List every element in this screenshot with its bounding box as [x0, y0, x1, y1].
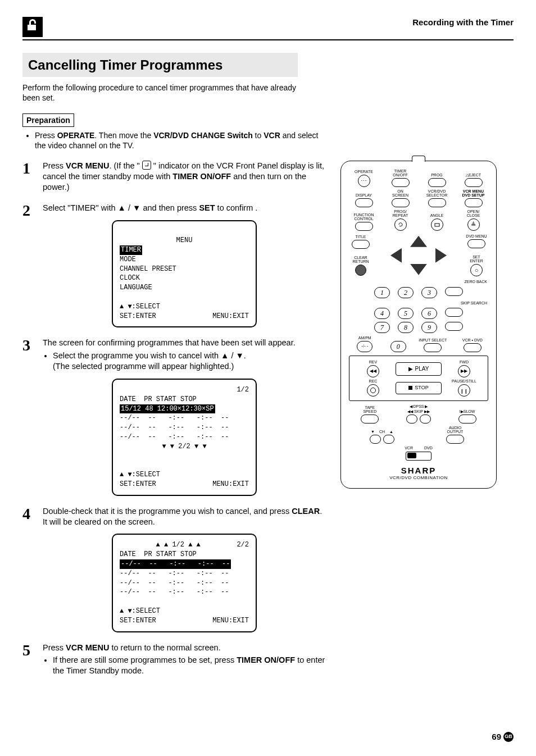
vcr-menu-key: VCR MENU [66, 161, 109, 170]
page-header: Recording with the Timer [22, 17, 514, 40]
rec-button[interactable] [367, 384, 379, 397]
vcrdvd-button[interactable] [464, 343, 482, 352]
angle-button[interactable] [431, 218, 443, 231]
num-9-button[interactable]: 9 [421, 322, 437, 333]
inputselect-button[interactable] [424, 343, 442, 352]
preparation-label: Preparation [22, 113, 74, 127]
osd-page: 2/2 [237, 540, 249, 550]
section-title: Recording with the Timer [412, 17, 514, 28]
text: The screen for confirming programmes tha… [43, 338, 296, 347]
num-7-button[interactable]: 7 [374, 322, 390, 333]
prog-button[interactable] [428, 178, 446, 187]
eject-button[interactable] [465, 178, 483, 187]
stop-button[interactable]: STOP [396, 382, 442, 394]
tapespeed-button[interactable] [361, 415, 379, 423]
dpad-up-button[interactable] [410, 236, 427, 247]
text: SET:ENTER [120, 480, 156, 489]
osd-nav: ▼ ▼ 2/2 ▼ ▼ [120, 442, 249, 452]
osd-hint: ▲ ▼:SELECT [120, 471, 160, 479]
text: (The selected programme will appear high… [53, 362, 234, 371]
num-6-button[interactable]: 6 [421, 308, 437, 319]
osd-row: --/-- -- -:-- -:-- -- [120, 570, 229, 577]
timer-onoff-button[interactable] [392, 178, 410, 187]
text: / [126, 203, 133, 212]
num-4-button[interactable]: 4 [374, 308, 390, 319]
play-button[interactable]: ▶PLAY [396, 362, 442, 376]
dpad-right-button[interactable] [435, 248, 447, 263]
ch-up-button[interactable] [383, 435, 394, 444]
vcr-dvd-switch[interactable] [406, 452, 431, 461]
onscreen-button[interactable] [392, 198, 410, 207]
timer-onoff-key: TIMER ON/OFF [237, 655, 295, 664]
skipsearch-label: SKIP SEARCH [461, 301, 487, 305]
dpss-fwd-button[interactable] [420, 415, 431, 423]
display-button[interactable] [355, 198, 373, 207]
ampm-label: AM/PM [358, 336, 371, 340]
dvdmenu-label: DVD MENU [466, 234, 487, 238]
vcrmenu-button[interactable] [465, 198, 483, 207]
zeroback-button[interactable] [445, 287, 463, 296]
step-body: Press VCR MENU to return to the normal s… [43, 643, 326, 677]
pause-button[interactable] [458, 384, 470, 397]
fcontrol-button[interactable] [355, 222, 373, 231]
text: to [253, 131, 264, 140]
num-0-button[interactable]: 0 [390, 341, 406, 352]
dpss-rev-button[interactable] [406, 415, 417, 423]
selector-button[interactable] [428, 198, 446, 207]
svg-rect-0 [435, 224, 439, 226]
num-5-button[interactable]: 5 [398, 308, 414, 319]
extra-button[interactable] [445, 322, 463, 331]
onscreen-label: ON SCREEN [392, 189, 408, 197]
stop-label: STOP [415, 385, 428, 390]
timer-icon [142, 161, 151, 170]
dpad-down-button[interactable] [410, 264, 427, 275]
slow-button[interactable] [458, 415, 476, 423]
audio-output-button[interactable] [446, 435, 464, 444]
num-3-button[interactable]: 3 [421, 287, 437, 298]
set-enter-button[interactable]: ○ [470, 264, 483, 276]
rev-button[interactable]: ◀◀ [367, 365, 379, 377]
title-button[interactable] [352, 240, 370, 249]
openclose-button[interactable]: ≜ [467, 218, 480, 231]
clear-return-button[interactable] [355, 265, 366, 276]
step-2: 2 Select "TIMER" with / and then press S… [22, 203, 326, 328]
operate-button[interactable]: ⋯ [358, 175, 370, 187]
osd-timer-list-2: ▲ ▲ 1/2 ▲ ▲2/2DATE PR START STOP --/-- -… [112, 534, 257, 632]
num-2-button[interactable]: 2 [398, 287, 414, 298]
fwd-button[interactable]: ▶▶ [458, 365, 470, 377]
pause-icon [460, 388, 468, 394]
step-body: The screen for confirming programmes tha… [43, 338, 326, 495]
osd-item: LANGUAGE [120, 284, 152, 292]
operate-key: OPERATE [57, 131, 95, 140]
vcr: VCR [264, 131, 280, 140]
progrepeat-button[interactable] [394, 218, 407, 231]
play-label: PLAY [415, 366, 429, 372]
region-badge: GB [503, 732, 514, 742]
osd-row-selected: --/-- -- -:-- -:-- -- [120, 559, 231, 569]
osd-footer: SET:ENTERMENU:EXIT [120, 616, 249, 626]
tapespeed-label: TAPE SPEED [363, 406, 376, 413]
ampm-button[interactable]: -/- - [357, 341, 373, 352]
step-body: Press VCR MENU. (If the " " indicator on… [43, 161, 326, 193]
text: Select "TIMER" with [43, 203, 118, 212]
set-label: SET ENTER [470, 255, 483, 263]
dpad-left-button[interactable] [390, 248, 402, 263]
step-bullet: If there are still some programmes to be… [53, 655, 326, 676]
num-1-button[interactable]: 1 [374, 287, 390, 298]
osd-row: --/-- -- -:-- -:-- -- [120, 414, 229, 422]
ch-down-button[interactable] [370, 435, 381, 444]
skipsearch-button[interactable] [445, 308, 463, 317]
vcrmenu-label: VCR MENU DVD SETUP [462, 189, 484, 197]
up-arrow-icon [221, 351, 229, 360]
display-label: DISPLAY [356, 193, 372, 197]
text: / [229, 351, 235, 360]
step-5: 5 Press VCR MENU to return to the normal… [22, 643, 326, 677]
text: MENU:EXIT [212, 616, 249, 626]
text: to confirm . [215, 203, 258, 212]
text: . Then move the [94, 131, 153, 140]
text: SET:ENTER [120, 616, 156, 626]
dvdmenu-button[interactable] [467, 239, 485, 248]
num-8-button[interactable]: 8 [398, 322, 414, 333]
preparation-item: Press OPERATE. Then move the VCR/DVD CHA… [35, 130, 327, 151]
skip-label: ◀◀ SKIP ▶▶ [407, 409, 430, 413]
